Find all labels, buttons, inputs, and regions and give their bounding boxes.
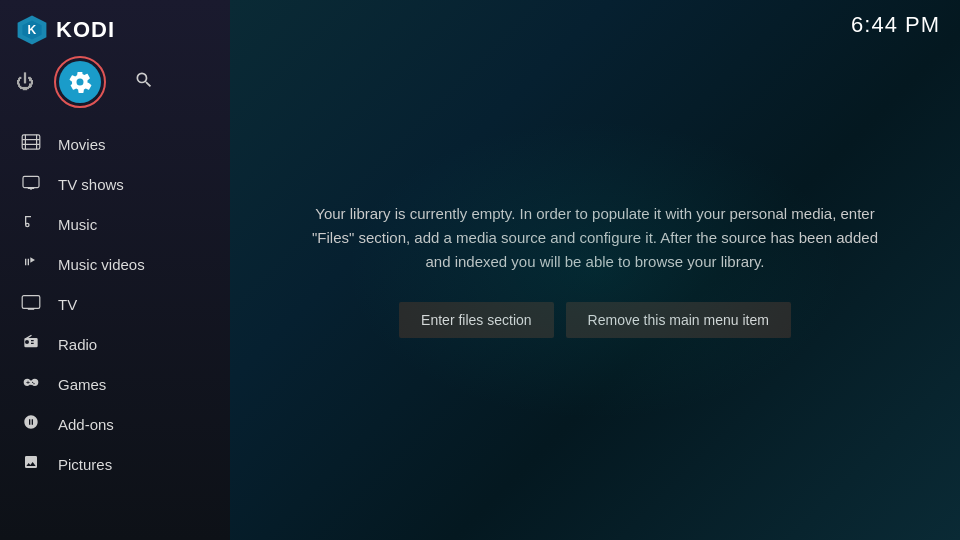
- pictures-label: Pictures: [58, 456, 112, 473]
- radio-icon: [20, 334, 42, 354]
- sidebar-item-games[interactable]: Games: [0, 364, 230, 404]
- settings-button[interactable]: [59, 61, 101, 103]
- movies-icon: [20, 134, 42, 154]
- pictures-icon: [20, 454, 42, 474]
- addons-label: Add-ons: [58, 416, 114, 433]
- power-icon[interactable]: ⏻: [16, 72, 34, 93]
- library-message: Your library is currently empty. In orde…: [310, 202, 880, 274]
- sidebar-nav: Movies TV shows Music Music videos TV: [0, 120, 230, 540]
- sidebar-item-music[interactable]: Music: [0, 204, 230, 244]
- games-icon: [20, 374, 42, 394]
- sidebar-header: K KODI: [0, 0, 230, 56]
- music-videos-label: Music videos: [58, 256, 145, 273]
- tvshows-icon: [20, 174, 42, 194]
- music-label: Music: [58, 216, 97, 233]
- addons-icon: [20, 414, 42, 434]
- radio-label: Radio: [58, 336, 97, 353]
- movies-label: Movies: [58, 136, 106, 153]
- main-content: 6:44 PM Your library is currently empty.…: [230, 0, 960, 540]
- svg-rect-8: [23, 176, 39, 187]
- sidebar-top-icons: ⏻: [0, 56, 230, 120]
- sidebar-item-tvshows[interactable]: TV shows: [0, 164, 230, 204]
- music-videos-icon: [20, 254, 42, 274]
- settings-selected-wrapper[interactable]: [54, 56, 106, 108]
- enter-files-button[interactable]: Enter files section: [399, 302, 554, 338]
- games-label: Games: [58, 376, 106, 393]
- search-icon-svg: [134, 70, 154, 90]
- tv-label: TV: [58, 296, 77, 313]
- sidebar-item-radio[interactable]: Radio: [0, 324, 230, 364]
- sidebar-item-tv[interactable]: TV: [0, 284, 230, 324]
- tv-icon: [20, 294, 42, 314]
- svg-text:K: K: [28, 23, 37, 37]
- gear-icon: [68, 70, 92, 94]
- action-buttons: Enter files section Remove this main men…: [399, 302, 791, 338]
- sidebar-item-movies[interactable]: Movies: [0, 124, 230, 164]
- sidebar: K KODI ⏻ Movies: [0, 0, 230, 540]
- tvshows-label: TV shows: [58, 176, 124, 193]
- search-icon[interactable]: [134, 70, 154, 95]
- music-icon: [20, 214, 42, 234]
- center-content: Your library is currently empty. In orde…: [230, 0, 960, 540]
- remove-menu-item-button[interactable]: Remove this main menu item: [566, 302, 791, 338]
- sidebar-item-pictures[interactable]: Pictures: [0, 444, 230, 484]
- sidebar-item-addons[interactable]: Add-ons: [0, 404, 230, 444]
- svg-rect-11: [22, 296, 40, 309]
- sidebar-item-music-videos[interactable]: Music videos: [0, 244, 230, 284]
- time-display: 6:44 PM: [851, 12, 940, 38]
- kodi-logo-icon: K: [16, 14, 48, 46]
- app-title: KODI: [56, 17, 115, 43]
